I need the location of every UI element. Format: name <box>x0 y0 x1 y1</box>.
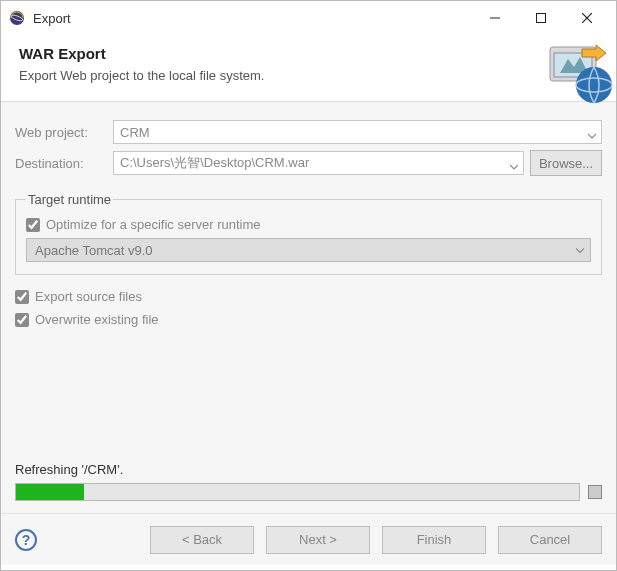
runtime-select-value: Apache Tomcat v9.0 <box>35 243 153 258</box>
help-button[interactable]: ? <box>15 529 37 551</box>
web-project-row: Web project: <box>15 120 602 144</box>
export-source-row[interactable]: Export source files <box>15 289 602 304</box>
progress-bar <box>15 483 580 501</box>
cancel-button[interactable]: Cancel <box>498 526 602 554</box>
export-source-checkbox[interactable] <box>15 290 29 304</box>
minimize-button[interactable] <box>472 3 518 33</box>
optimize-checkbox-row[interactable]: Optimize for a specific server runtime <box>26 217 591 232</box>
progress-area: Refreshing '/CRM'. <box>15 462 602 501</box>
web-project-input[interactable] <box>113 120 602 144</box>
export-war-icon <box>544 39 616 111</box>
runtime-select[interactable]: Apache Tomcat v9.0 <box>26 238 591 262</box>
finish-button[interactable]: Finish <box>382 526 486 554</box>
web-project-label: Web project: <box>15 125 113 140</box>
titlebar: Export <box>1 1 616 35</box>
stop-icon[interactable] <box>588 485 602 499</box>
target-runtime-legend: Target runtime <box>26 192 113 207</box>
optimize-label: Optimize for a specific server runtime <box>46 217 261 232</box>
page-title: WAR Export <box>19 45 598 62</box>
destination-input[interactable] <box>113 151 524 175</box>
next-button[interactable]: Next > <box>266 526 370 554</box>
wizard-footer: ? < Back Next > Finish Cancel <box>1 513 616 565</box>
export-source-label: Export source files <box>35 289 142 304</box>
page-subtitle: Export Web project to the local file sys… <box>19 68 598 83</box>
overwrite-row[interactable]: Overwrite existing file <box>15 312 602 327</box>
overwrite-label: Overwrite existing file <box>35 312 159 327</box>
svg-point-9 <box>576 67 612 103</box>
destination-label: Destination: <box>15 156 113 171</box>
svg-rect-3 <box>537 14 546 23</box>
optimize-checkbox[interactable] <box>26 218 40 232</box>
close-button[interactable] <box>564 3 610 33</box>
wizard-body: Web project: Destination: Browse... Targ… <box>1 102 616 513</box>
destination-combo[interactable] <box>113 151 524 175</box>
destination-row: Destination: Browse... <box>15 150 602 176</box>
browse-button[interactable]: Browse... <box>530 150 602 176</box>
target-runtime-group: Target runtime Optimize for a specific s… <box>15 192 602 275</box>
eclipse-icon <box>9 10 25 26</box>
progress-fill <box>16 484 84 500</box>
overwrite-checkbox[interactable] <box>15 313 29 327</box>
back-button[interactable]: < Back <box>150 526 254 554</box>
web-project-combo[interactable] <box>113 120 602 144</box>
maximize-button[interactable] <box>518 3 564 33</box>
window-title: Export <box>33 11 472 26</box>
chevron-down-icon <box>576 243 584 258</box>
wizard-header: WAR Export Export Web project to the loc… <box>1 35 616 102</box>
progress-label: Refreshing '/CRM'. <box>15 462 602 477</box>
